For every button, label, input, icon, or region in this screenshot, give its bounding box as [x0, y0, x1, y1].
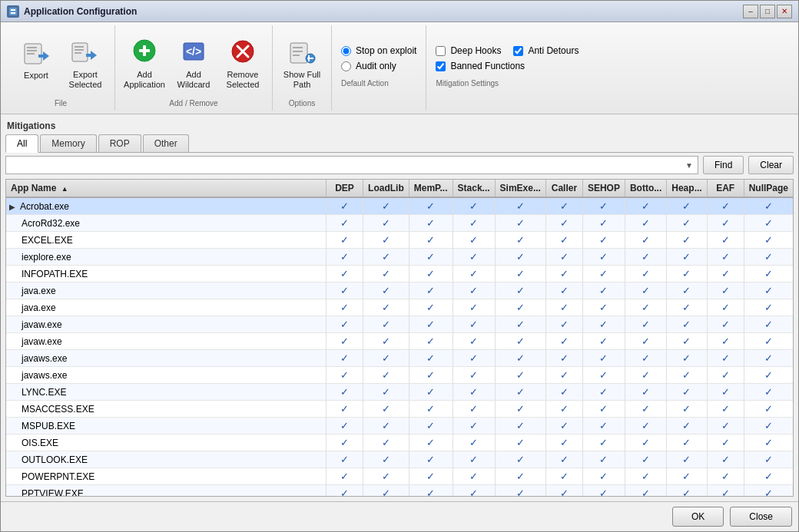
check-cell[interactable]: ✓	[409, 215, 453, 232]
check-cell[interactable]: ✓	[707, 215, 744, 232]
check-cell[interactable]: ✓	[453, 232, 495, 249]
check-cell[interactable]: ✓	[545, 232, 582, 249]
check-cell[interactable]: ✓	[363, 299, 409, 316]
check-cell[interactable]: ✓	[453, 215, 495, 232]
export-selected-button[interactable]: ExportSelected	[62, 31, 108, 94]
banned-functions-option[interactable]: Banned Functions	[436, 61, 579, 71]
check-cell[interactable]: ✓	[409, 401, 453, 418]
check-cell[interactable]: ✓	[495, 333, 545, 350]
tab-memory[interactable]: Memory	[40, 134, 96, 152]
check-cell[interactable]: ✓	[453, 384, 495, 401]
check-cell[interactable]: ✓	[582, 468, 625, 485]
tab-all[interactable]: All	[5, 134, 38, 153]
check-cell[interactable]: ✓	[744, 418, 793, 435]
table-row[interactable]: AcroRd32.exe✓✓✓✓✓✓✓✓✓✓✓	[6, 215, 793, 232]
check-cell[interactable]: ✓	[707, 485, 744, 497]
check-cell[interactable]: ✓	[667, 249, 707, 266]
col-header-heap[interactable]: Heap...	[667, 180, 707, 197]
check-cell[interactable]: ✓	[545, 333, 582, 350]
close-button[interactable]: Close	[730, 507, 792, 527]
check-cell[interactable]: ✓	[363, 266, 409, 283]
check-cell[interactable]: ✓	[667, 316, 707, 333]
check-cell[interactable]: ✓	[453, 283, 495, 299]
check-cell[interactable]: ✓	[495, 418, 545, 435]
check-cell[interactable]: ✓	[327, 197, 363, 215]
check-cell[interactable]: ✓	[545, 197, 582, 215]
col-header-sehop[interactable]: SEHOP	[582, 180, 625, 197]
check-cell[interactable]: ✓	[409, 249, 453, 266]
check-cell[interactable]: ✓	[707, 266, 744, 283]
check-cell[interactable]: ✓	[744, 451, 793, 468]
check-cell[interactable]: ✓	[582, 350, 625, 367]
check-cell[interactable]: ✓	[582, 232, 625, 249]
check-cell[interactable]: ✓	[667, 384, 707, 401]
table-wrapper[interactable]: App Name ▲ DEP LoadLib MemP... Stack... …	[5, 179, 794, 497]
check-cell[interactable]: ✓	[363, 232, 409, 249]
check-cell[interactable]: ✓	[327, 333, 363, 350]
check-cell[interactable]: ✓	[495, 485, 545, 497]
check-cell[interactable]: ✓	[453, 350, 495, 367]
table-row[interactable]: EXCEL.EXE✓✓✓✓✓✓✓✓✓✓✓	[6, 232, 793, 249]
check-cell[interactable]: ✓	[625, 384, 666, 401]
check-cell[interactable]: ✓	[327, 266, 363, 283]
check-cell[interactable]: ✓	[582, 384, 625, 401]
check-cell[interactable]: ✓	[744, 266, 793, 283]
check-cell[interactable]: ✓	[667, 232, 707, 249]
check-cell[interactable]: ✓	[744, 232, 793, 249]
check-cell[interactable]: ✓	[495, 266, 545, 283]
check-cell[interactable]: ✓	[744, 283, 793, 299]
check-cell[interactable]: ✓	[363, 401, 409, 418]
check-cell[interactable]: ✓	[707, 435, 744, 451]
check-cell[interactable]: ✓	[667, 350, 707, 367]
check-cell[interactable]: ✓	[327, 384, 363, 401]
check-cell[interactable]: ✓	[363, 316, 409, 333]
table-row[interactable]: POWERPNT.EXE✓✓✓✓✓✓✓✓✓✓✓	[6, 468, 793, 485]
check-cell[interactable]: ✓	[495, 249, 545, 266]
check-cell[interactable]: ✓	[453, 401, 495, 418]
check-cell[interactable]: ✓	[667, 485, 707, 497]
deep-hooks-option[interactable]: Deep Hooks	[436, 45, 501, 56]
check-cell[interactable]: ✓	[545, 401, 582, 418]
table-row[interactable]: javaws.exe✓✓✓✓✓✓✓✓✓✓✓	[6, 350, 793, 367]
check-cell[interactable]: ✓	[327, 232, 363, 249]
check-cell[interactable]: ✓	[363, 197, 409, 215]
check-cell[interactable]: ✓	[582, 333, 625, 350]
close-window-button[interactable]: ✕	[777, 5, 792, 18]
table-row[interactable]: iexplore.exe✓✓✓✓✓✓✓✓✓✓✓	[6, 249, 793, 266]
check-cell[interactable]: ✓	[327, 249, 363, 266]
check-cell[interactable]: ✓	[409, 468, 453, 485]
check-cell[interactable]: ✓	[327, 451, 363, 468]
check-cell[interactable]: ✓	[363, 418, 409, 435]
check-cell[interactable]: ✓	[545, 485, 582, 497]
check-cell[interactable]: ✓	[327, 485, 363, 497]
check-cell[interactable]: ✓	[707, 401, 744, 418]
check-cell[interactable]: ✓	[625, 451, 666, 468]
check-cell[interactable]: ✓	[667, 215, 707, 232]
check-cell[interactable]: ✓	[744, 384, 793, 401]
check-cell[interactable]: ✓	[409, 418, 453, 435]
check-cell[interactable]: ✓	[327, 350, 363, 367]
check-cell[interactable]: ✓	[744, 249, 793, 266]
ok-button[interactable]: OK	[672, 507, 724, 527]
table-row[interactable]: INFOPATH.EXE✓✓✓✓✓✓✓✓✓✓✓	[6, 266, 793, 283]
anti-detours-checkbox[interactable]	[513, 46, 523, 56]
check-cell[interactable]: ✓	[495, 197, 545, 215]
check-cell[interactable]: ✓	[495, 350, 545, 367]
check-cell[interactable]: ✓	[409, 283, 453, 299]
check-cell[interactable]: ✓	[582, 215, 625, 232]
check-cell[interactable]: ✓	[582, 485, 625, 497]
check-cell[interactable]: ✓	[495, 367, 545, 384]
col-header-dep[interactable]: DEP	[327, 180, 363, 197]
check-cell[interactable]: ✓	[495, 384, 545, 401]
deep-hooks-checkbox[interactable]	[436, 46, 446, 56]
banned-functions-checkbox[interactable]	[436, 61, 446, 71]
check-cell[interactable]: ✓	[744, 401, 793, 418]
clear-button[interactable]: Clear	[748, 156, 794, 174]
check-cell[interactable]: ✓	[625, 316, 666, 333]
check-cell[interactable]: ✓	[409, 350, 453, 367]
check-cell[interactable]: ✓	[625, 350, 666, 367]
check-cell[interactable]: ✓	[453, 299, 495, 316]
check-cell[interactable]: ✓	[409, 333, 453, 350]
check-cell[interactable]: ✓	[707, 367, 744, 384]
check-cell[interactable]: ✓	[707, 232, 744, 249]
